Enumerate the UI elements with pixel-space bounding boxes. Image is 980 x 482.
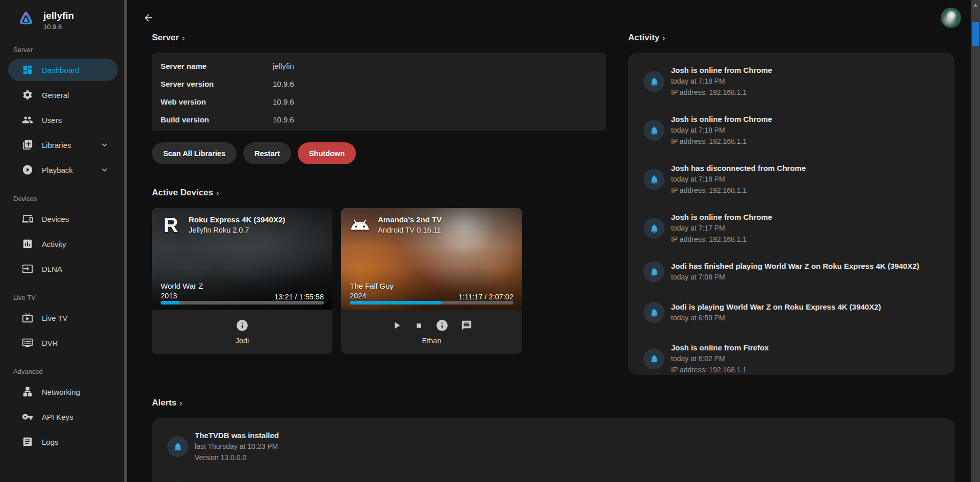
activity-entry-text: Josh is online from Chrome today at 7:17… [671, 212, 772, 245]
activity-entry[interactable]: Josh is online from Firefox today at 6:0… [643, 342, 942, 375]
arrow-left-icon [143, 12, 154, 23]
sidebar-scrollbar[interactable] [124, 0, 127, 482]
sidebar-item-playback[interactable]: Playback [8, 159, 118, 181]
session-user: Ethan [422, 337, 442, 345]
activity-time: today at 7:18 PM [671, 125, 772, 136]
activity-entry[interactable]: Jodi has finished playing World War Z on… [643, 261, 942, 283]
server-section-heading[interactable]: Server [152, 33, 187, 43]
sidebar-item-api-keys[interactable]: API Keys [8, 405, 118, 428]
activity-title: Josh is online from Chrome [671, 212, 772, 222]
sidebar-item-logs[interactable]: Logs [8, 430, 118, 453]
back-button[interactable] [143, 12, 155, 24]
sidebar-item-live-tv[interactable]: Live TV [8, 307, 118, 329]
user-avatar[interactable] [941, 8, 961, 28]
scan-all-libraries-button[interactable]: Scan All Libraries [152, 142, 237, 164]
device-client: Jellyfin Roku 2.0.7 [189, 225, 285, 236]
sidebar-item-general[interactable]: General [8, 84, 118, 106]
message-icon[interactable] [461, 320, 472, 331]
play-icon[interactable] [391, 320, 402, 331]
library-add-icon [21, 139, 34, 151]
sidebar-item-label: Dashboard [42, 66, 79, 74]
sidebar-item-dlna[interactable]: DLNA [8, 258, 118, 280]
heading-label: Alerts [152, 398, 176, 408]
scrollbar-thumb[interactable] [972, 22, 979, 46]
activity-entry[interactable]: Jodi is playing World War Z on Roku Expr… [643, 301, 942, 323]
activity-heading[interactable]: Activity [628, 33, 667, 43]
activity-time: today at 7:08 PM [671, 272, 919, 283]
activity-title: Jodi is playing World War Z on Roku Expr… [671, 301, 881, 312]
bell-icon [643, 218, 664, 239]
activity-time: today at 7:18 PM [671, 174, 806, 185]
sidebar-item-label: Activity [42, 240, 66, 248]
activity-entry-text: Josh is online from Firefox today at 6:0… [671, 342, 769, 375]
activity-entry[interactable]: Josh has disconnected from Chrome today … [643, 163, 942, 196]
restart-button[interactable]: Restart [243, 142, 291, 164]
active-device-card-roku[interactable]: R Roku Express 4K (3940X2) Jellyfin Roku… [152, 208, 332, 354]
media-title: World War Z [161, 281, 203, 291]
alert-entry[interactable]: TheTVDB was installed last Thursday at 1… [167, 430, 942, 463]
chevron-down-icon[interactable] [99, 165, 110, 175]
alerts-heading[interactable]: Alerts [152, 398, 185, 408]
device-card-footer: Jodi [152, 310, 332, 354]
bell-icon [643, 120, 664, 141]
bell-icon [643, 71, 664, 92]
sidebar-item-devices[interactable]: Devices [8, 208, 118, 230]
row-value: 10.9.6 [273, 80, 294, 88]
jellyfin-logo-icon [15, 9, 37, 31]
sidebar-item-networking[interactable]: Networking [8, 380, 118, 403]
activity-title: Josh is online from Firefox [671, 342, 769, 353]
live-tv-icon [21, 312, 34, 324]
settings-gear-icon [21, 89, 34, 101]
page-scrollbar[interactable] [971, 0, 980, 482]
alerts-panel: TheTVDB was installed last Thursday at 1… [152, 418, 955, 482]
shutdown-button[interactable]: Shutdown [298, 142, 356, 164]
server-info-row: Server version 10.9.6 [152, 75, 606, 93]
activity-entry[interactable]: Josh is online from Chrome today at 7:18… [643, 65, 942, 98]
sidebar-item-libraries[interactable]: Libraries [8, 134, 118, 156]
row-label: Web version [161, 97, 273, 106]
activity-entry-text: Josh is online from Chrome today at 7:18… [671, 114, 772, 147]
app-title-block: jellyfin 10.9.6 [43, 10, 74, 31]
sidebar-item-activity[interactable]: Activity [8, 233, 118, 255]
activity-entry-text: Josh is online from Chrome today at 7:18… [671, 65, 772, 98]
app-logo-row[interactable]: jellyfin 10.9.6 [0, 0, 127, 31]
activity-ip: IP address: 192.168.1.1 [671, 234, 772, 245]
info-icon[interactable] [236, 319, 249, 332]
bar-chart-icon [21, 238, 34, 250]
stop-icon[interactable] [415, 321, 423, 330]
active-device-card-androidtv[interactable]: Amanda's 2nd TV Android TV 0.16.11 The F… [341, 208, 522, 354]
sidebar-section-livetv: Live TV [13, 294, 127, 301]
dashboard-icon [21, 64, 34, 76]
app-version: 10.9.6 [43, 23, 74, 31]
activity-title: Jodi has finished playing World War Z on… [671, 261, 919, 271]
scrollbar-up-arrow-icon[interactable] [973, 4, 977, 7]
activity-time: today at 6:02 PM [671, 353, 769, 364]
sidebar-item-users[interactable]: Users [8, 109, 118, 131]
info-icon[interactable] [435, 319, 449, 332]
activity-entry-text: Josh has disconnected from Chrome today … [671, 163, 806, 196]
sidebar-item-label: Playback [42, 166, 73, 174]
playback-controls [236, 319, 249, 332]
chevron-down-icon[interactable] [99, 140, 110, 150]
dvr-icon [21, 337, 34, 349]
heading-label: Activity [628, 33, 659, 43]
playback-progress-fill [161, 301, 179, 305]
activity-title: Josh is online from Chrome [671, 114, 772, 124]
active-devices-heading[interactable]: Active Devices [152, 188, 221, 198]
network-tree-icon [21, 386, 34, 398]
sidebar-item-dashboard[interactable]: Dashboard [8, 59, 118, 81]
sidebar-item-label: Devices [42, 215, 69, 223]
bell-icon [643, 169, 664, 190]
activity-entry[interactable]: Josh is online from Chrome today at 7:18… [643, 114, 942, 147]
activity-ip: IP address: 192.168.1.1 [671, 365, 769, 375]
alert-detail: Version 13.0.0.0 [195, 452, 279, 463]
activity-entry[interactable]: Josh is online from Chrome today at 7:17… [643, 212, 942, 245]
sidebar-item-dvr[interactable]: DVR [8, 332, 118, 354]
media-info: World War Z 2013 [161, 281, 203, 301]
alert-entry[interactable]: AniDB was installed [167, 477, 942, 482]
server-info-card: Server name jellyfin Server version 10.9… [152, 53, 606, 131]
sidebar-section-server: Server [13, 46, 127, 54]
playback-time: 13:21 / 1:55:58 [274, 293, 324, 301]
row-value: 10.9.6 [273, 115, 294, 124]
input-arrow-icon [21, 263, 34, 275]
